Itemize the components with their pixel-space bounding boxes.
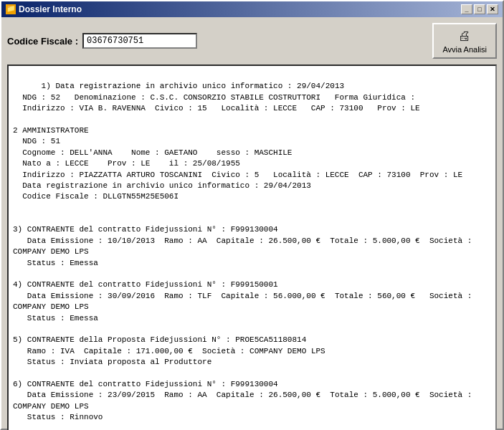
codice-fiscale-label: Codice Fiscale :: [7, 36, 78, 47]
title-bar: 📁 Dossier Interno _ □ ✕: [1, 1, 503, 17]
content-text: 1) Data registrazione in archivio unico …: [13, 82, 482, 430]
avvia-analisi-button[interactable]: 🖨 Avvia Analisi: [432, 23, 497, 59]
printer-icon: 🖨: [458, 29, 471, 44]
window-content: Codice Fiscale : 🖨 Avvia Analisi 1) Data…: [1, 17, 503, 430]
main-window: 📁 Dossier Interno _ □ ✕ Codice Fiscale :…: [0, 0, 504, 430]
minimize-button[interactable]: _: [461, 4, 472, 14]
header-row: Codice Fiscale : 🖨 Avvia Analisi: [7, 23, 497, 59]
codice-fiscale-section: Codice Fiscale :: [7, 33, 197, 49]
window-title: Dossier Interno: [19, 4, 82, 14]
restore-button[interactable]: □: [474, 4, 485, 14]
window-icon: 📁: [6, 4, 16, 14]
avvia-btn-label: Avvia Analisi: [442, 45, 487, 54]
content-area[interactable]: 1) Data registrazione in archivio unico …: [7, 64, 497, 430]
close-button[interactable]: ✕: [487, 4, 498, 14]
title-buttons: _ □ ✕: [461, 4, 498, 14]
codice-fiscale-input[interactable]: [82, 33, 197, 49]
